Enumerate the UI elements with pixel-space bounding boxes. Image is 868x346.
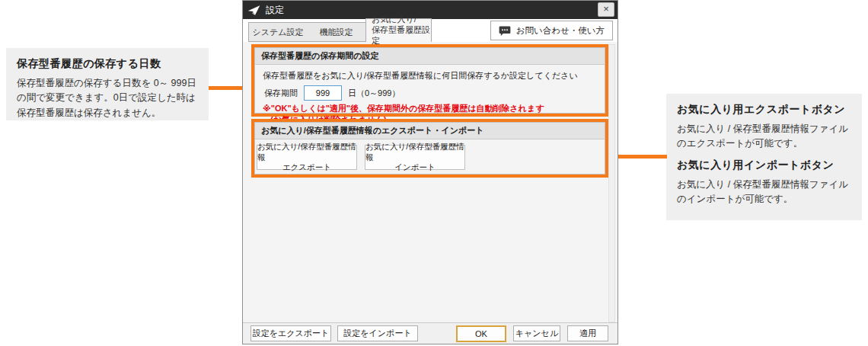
- annotation-right: お気に入り用エクスポートボタン お気に入り / 保存型番履歴情報ファイルのエクス…: [666, 94, 862, 220]
- annotation-left-title: 保存型番履歴の保存する日数: [17, 57, 198, 71]
- favorites-export-button[interactable]: お気に入り/保存型番履歴情報 エクスポート: [257, 145, 357, 170]
- retention-groupbox: 保存型番履歴の保存期間の設定 保存型番履歴をお気に入り/保存型番履歴情報に何日間…: [254, 47, 605, 114]
- tab-favorites-line2: 保存型番履歴設定: [372, 25, 431, 46]
- export-settings-button[interactable]: 設定をエクスポート: [251, 325, 331, 341]
- favorites-import-button[interactable]: お気に入り/保存型番履歴情報 インポート: [365, 145, 465, 170]
- settings-dialog: 設定 × システム設定 機能設定 お気に入り/ 保存型番履歴設定 お問い合わせ・…: [242, 0, 618, 344]
- retention-days-input[interactable]: [304, 85, 342, 101]
- cancel-button[interactable]: キャンセル: [513, 325, 560, 341]
- window-title: 設定: [266, 4, 284, 17]
- ok-button[interactable]: OK: [456, 325, 506, 342]
- export-import-header: お気に入り/保存型番履歴情報のエクスポート・インポート: [255, 123, 605, 139]
- retention-field-row: 保存期間 日（0～999）: [264, 85, 597, 101]
- highlight-export-import-section: お気に入り/保存型番履歴情報のエクスポート・インポート お気に入り/保存型番履歴…: [251, 119, 608, 178]
- tab-function-settings[interactable]: 機能設定: [307, 22, 366, 42]
- annotation-right-import-body: お気に入り / 保存型番履歴情報ファイルのインポートが可能です。: [677, 178, 851, 207]
- import-settings-button[interactable]: 設定をインポート: [337, 325, 418, 341]
- tab-favorites-line1: お気に入り/: [372, 14, 416, 25]
- dialog-footer: 設定をエクスポート 設定をインポート OK キャンセル 適用: [243, 322, 617, 344]
- close-button[interactable]: ×: [598, 2, 614, 17]
- retention-header: 保存型番履歴の保存期間の設定: [255, 48, 605, 65]
- annotation-right-import-title: お気に入り用インポートボタン: [677, 159, 851, 172]
- tab-favorites-history-settings[interactable]: お気に入り/ 保存型番履歴設定: [365, 18, 432, 42]
- annotation-right-export-body: お気に入り / 保存型番履歴情報ファイルのエクスポートが可能です。: [677, 122, 851, 152]
- speech-bubble-icon: [499, 26, 511, 36]
- favorites-import-line2: インポート: [394, 162, 435, 173]
- highlight-retention-section: 保存型番履歴の保存期間の設定 保存型番履歴をお気に入り/保存型番履歴情報に何日間…: [251, 44, 608, 117]
- tab-system-settings[interactable]: システム設定: [248, 22, 308, 42]
- annotation-right-export-title: お気に入り用エクスポートボタン: [677, 103, 851, 117]
- retention-field-label: 保存期間: [264, 88, 298, 99]
- retention-warning-1: ※"OK"もしくは"適用"後、保存期間外の保存型番履歴は自動削除されます: [263, 103, 597, 114]
- export-import-groupbox: お気に入り/保存型番履歴情報のエクスポート・インポート お気に入り/保存型番履歴…: [254, 122, 605, 175]
- tab-content: 保存型番履歴の保存期間の設定 保存型番履歴をお気に入り/保存型番履歴情報に何日間…: [243, 42, 617, 322]
- titlebar: 設定 ×: [243, 1, 617, 19]
- export-import-button-row: お気に入り/保存型番履歴情報 エクスポート お気に入り/保存型番履歴情報 インポ…: [255, 139, 605, 170]
- retention-description: 保存型番履歴をお気に入り/保存型番履歴情報に何日間保存するか設定してください: [263, 70, 597, 82]
- apply-button[interactable]: 適用: [567, 325, 608, 341]
- favorites-export-line1: お気に入り/保存型番履歴情報: [257, 142, 356, 162]
- favorites-import-line1: お気に入り/保存型番履歴情報: [365, 142, 464, 162]
- app-logo-icon: [247, 5, 260, 16]
- page-canvas: 保存型番履歴の保存する日数 保存型番履歴の保存する日数を 0～ 999日の間で変…: [0, 0, 868, 346]
- scrollbar-track[interactable]: [608, 44, 615, 322]
- annotation-left: 保存型番履歴の保存する日数 保存型番履歴の保存する日数を 0～ 999日の間で変…: [6, 48, 209, 120]
- contact-help-label: お問い合わせ・使い方: [516, 25, 605, 37]
- tab-bar: システム設定 機能設定 お気に入り/ 保存型番履歴設定 お問い合わせ・使い方: [243, 19, 617, 42]
- favorites-export-line2: エクスポート: [282, 162, 331, 173]
- retention-field-suffix: 日（0～999）: [348, 88, 400, 99]
- contact-help-button[interactable]: お問い合わせ・使い方: [490, 21, 613, 40]
- annotation-left-body: 保存型番履歴の保存する日数を 0～ 999日の間で変更できます。0日で設定した時…: [17, 76, 198, 120]
